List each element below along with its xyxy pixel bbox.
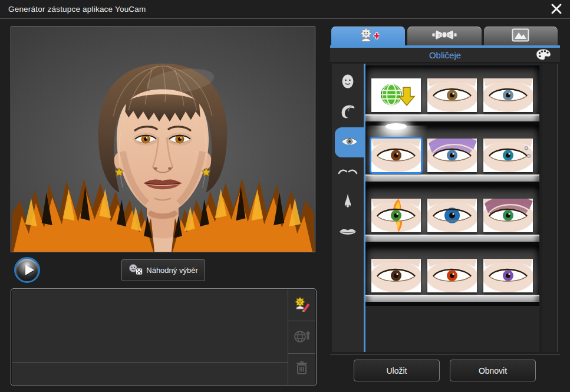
- tab-accessories[interactable]: S S: [407, 27, 481, 45]
- eye-style-purple[interactable]: [483, 259, 533, 292]
- svg-text:S: S: [438, 34, 440, 37]
- avatar-add-icon: [357, 27, 380, 45]
- avatar-preview: [11, 27, 315, 252]
- shelf-row: [365, 126, 539, 182]
- eye-style-big-blue[interactable]: [427, 199, 477, 232]
- window-title: Generátor zástupce aplikace YouCam: [8, 5, 146, 14]
- nose-icon: [341, 193, 355, 213]
- saved-avatars-box: [11, 288, 317, 386]
- footer-divider: [330, 354, 560, 355]
- category-mouth[interactable]: [332, 218, 364, 248]
- reset-button[interactable]: Obnovit: [450, 360, 536, 381]
- avatar-list-actions: [288, 289, 315, 385]
- category-eyes[interactable]: [335, 127, 364, 157]
- hair-icon: [339, 103, 357, 122]
- tab-faces[interactable]: [331, 27, 405, 45]
- panel-body: [330, 64, 560, 352]
- random-selection-button[interactable]: Náhodný výběr: [121, 259, 205, 281]
- play-button[interactable]: [14, 257, 40, 283]
- shelf-lip: [365, 295, 539, 302]
- eyebrows-icon: [338, 167, 358, 178]
- svg-text:S: S: [449, 34, 451, 37]
- eye-style-green-flame[interactable]: [371, 199, 421, 232]
- close-icon: [550, 2, 563, 18]
- tab-scenes[interactable]: [484, 27, 558, 45]
- smiley-dice-icon: [129, 263, 144, 278]
- saved-avatars-list[interactable]: [12, 289, 288, 385]
- upload-avatar-button[interactable]: [288, 321, 315, 353]
- feature-categories: [332, 64, 364, 352]
- bowtie-icon: S S: [432, 29, 457, 43]
- image-icon: [512, 28, 529, 44]
- category-face[interactable]: [332, 67, 364, 97]
- avatar-creator-dialog: Generátor zástupce aplikace YouCam: [0, 0, 570, 392]
- eye-style-green-magenta-shadow[interactable]: [483, 199, 533, 232]
- shelf-row: [365, 186, 539, 242]
- category-eyebrows[interactable]: [332, 157, 364, 187]
- shelf-row: [365, 246, 539, 302]
- palette-icon: [536, 48, 551, 63]
- shelf-row: [365, 65, 539, 121]
- shelf-lip: [365, 174, 539, 182]
- eye-style-red[interactable]: [427, 259, 477, 292]
- shelves-scrollbar[interactable]: [542, 64, 558, 352]
- eye-style-teal-pierced[interactable]: [483, 139, 533, 172]
- eye-icon: [341, 135, 358, 150]
- eye-style-bluegray-lashes[interactable]: [483, 78, 533, 112]
- titlebar: Generátor zástupce aplikace YouCam: [0, 0, 570, 19]
- eye-style-brown[interactable]: [371, 139, 421, 172]
- face-icon: [340, 73, 355, 92]
- eye-style-hazel[interactable]: [427, 78, 477, 112]
- shelf-lip: [365, 235, 539, 242]
- panel-header: Obličeje: [330, 48, 560, 63]
- avatar-edit-icon: [293, 296, 311, 315]
- download-more-styles[interactable]: [371, 78, 421, 112]
- close-button[interactable]: [547, 2, 566, 18]
- shelf-lip: [365, 114, 539, 121]
- panel-title: Obličeje: [330, 48, 560, 62]
- play-icon: [25, 265, 34, 275]
- titlebar-divider: [0, 18, 570, 19]
- style-shelves: [365, 64, 539, 352]
- eye-style-blue-purple-shadow[interactable]: [427, 139, 477, 172]
- edit-avatar-button[interactable]: [288, 289, 315, 321]
- delete-avatar-button[interactable]: [288, 354, 315, 385]
- globe-upload-icon: [293, 328, 311, 347]
- trash-icon: [294, 360, 309, 378]
- panel-tabs: S S: [331, 27, 558, 45]
- lips-icon: [338, 226, 357, 239]
- color-palette-button[interactable]: [535, 49, 552, 62]
- save-button[interactable]: Uložit: [354, 360, 440, 381]
- category-hair[interactable]: [332, 97, 364, 127]
- eye-style-dark-brown[interactable]: [371, 259, 421, 292]
- list-divider: [12, 362, 288, 363]
- avatar-preview-image: [11, 27, 315, 252]
- category-nose[interactable]: [332, 187, 364, 218]
- random-selection-label: Náhodný výběr: [146, 266, 197, 275]
